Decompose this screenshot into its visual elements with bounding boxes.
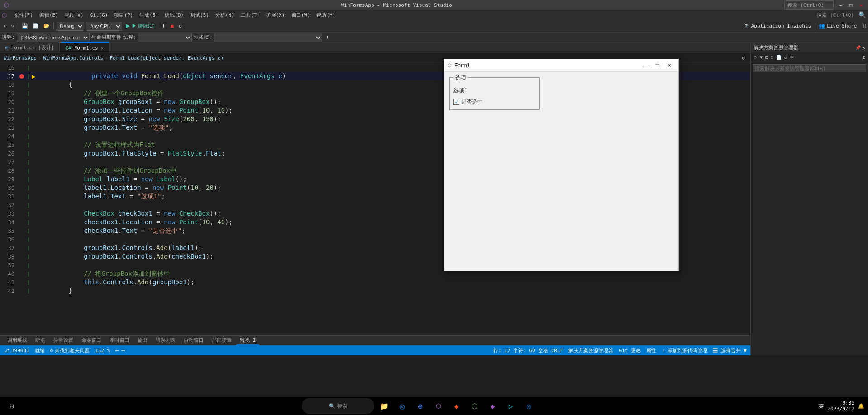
lifecycle-label: 生命周期事件 <box>91 34 121 41</box>
live-share-btn[interactable]: 👥 Live Share <box>817 22 858 30</box>
stop-btn[interactable]: ■ <box>169 22 176 30</box>
save-btn[interactable]: 💾 <box>20 22 30 30</box>
redo-btn[interactable]: ↪ <box>10 22 16 30</box>
breadcrumb-method[interactable]: Form1_Load(object sender, EventArgs e) <box>110 55 224 61</box>
menu-project[interactable]: 项目(P) <box>111 11 136 19</box>
new-file-btn[interactable]: 📄 <box>31 22 41 30</box>
vs-icon: ⬡ <box>2 12 7 19</box>
restart-btn[interactable]: ↺ <box>177 22 184 30</box>
tab-form1-cs[interactable]: C# Form1.cs ✕ <box>60 42 109 53</box>
se-sync-btn[interactable]: ⟳ <box>753 54 758 61</box>
taskbar-chrome[interactable]: ⊕ <box>412 398 429 414</box>
search-icon[interactable]: 🔍 <box>858 11 866 19</box>
pin-icon[interactable]: 📌 <box>855 45 861 50</box>
tab-command[interactable]: 命令窗口 <box>78 336 105 345</box>
form1-minimize-btn[interactable]: — <box>640 61 651 70</box>
maximize-button[interactable]: □ <box>848 2 854 8</box>
zoom-level[interactable]: 152 % <box>95 348 110 354</box>
se-search-input[interactable] <box>753 64 866 72</box>
taskbar-clock: 9:39 2023/9/12 <box>827 400 854 412</box>
taskbar-vscode[interactable]: ◎ <box>521 398 537 414</box>
run-button[interactable]: ▶ ▶ 继续(C) <box>124 23 157 29</box>
se-collapse-btn[interactable]: ⊟ <box>764 54 769 61</box>
tab-output[interactable]: 输出 <box>134 336 151 345</box>
tab-icon: ⊞ <box>5 45 9 51</box>
git-changes-link[interactable]: Git 更改 <box>619 347 641 354</box>
undo-btn[interactable]: ↩ <box>2 22 9 30</box>
panel-close-icon[interactable]: ✕ <box>863 45 865 50</box>
tab-autos[interactable]: 自动窗口 <box>180 336 207 345</box>
minimize-button[interactable]: — <box>837 2 844 8</box>
taskbar-node[interactable]: ⬡ <box>467 398 483 414</box>
tab-callstack[interactable]: 调用堆栈 <box>4 336 31 345</box>
start-button[interactable]: ⊞ <box>4 398 20 414</box>
menu-analyze[interactable]: 分析(N) <box>213 11 237 19</box>
open-btn[interactable]: 📂 <box>42 22 52 30</box>
taskbar-edge[interactable]: ◎ <box>394 398 410 414</box>
menu-window[interactable]: 窗口(W) <box>289 11 313 19</box>
debug-config-dropdown[interactable]: Debug <box>56 22 84 31</box>
form1-checkbox1[interactable]: ✓ 是否选中 <box>453 98 536 106</box>
se-properties-btn[interactable]: ⚙ <box>770 54 774 61</box>
taskbar-time: 9:39 <box>842 400 854 406</box>
taskbar-git[interactable]: ◆ <box>448 398 465 414</box>
pause-btn[interactable]: ⏸ <box>158 22 167 30</box>
expand-btn[interactable]: ⊕ <box>740 54 747 62</box>
form1-preview-window[interactable]: ⬡ Form1 — □ ✕ 选项 选项1 ✓ 是否选中 <box>444 59 679 271</box>
se-filter-btn[interactable]: ▼ <box>759 54 763 61</box>
error-info[interactable]: ⊘ 未找到相关问题 <box>50 347 90 354</box>
menu-extensions[interactable]: 扩展(X) <box>263 11 288 19</box>
menu-view[interactable]: 视图(V) <box>62 11 86 19</box>
select-merge-btn[interactable]: ☰ 选择合并 ▼ <box>713 347 747 354</box>
menu-build[interactable]: 生成(B) <box>137 11 161 19</box>
taskbar-files[interactable]: 📁 <box>376 398 392 414</box>
stack-dropdown[interactable] <box>214 33 322 42</box>
form1-maximize-btn[interactable]: □ <box>652 61 663 70</box>
taskbar-lang[interactable]: 英 <box>819 403 824 410</box>
se-refresh-btn[interactable]: ↺ <box>783 54 788 61</box>
taskbar-vs[interactable]: ⬡ <box>430 398 447 414</box>
taskbar-search[interactable]: 🔍 搜索 <box>302 398 374 414</box>
tab-form1-cs-design[interactable]: ⊞ Form1.cs [设计] <box>0 42 60 53</box>
se-view-btn[interactable]: 👁 <box>789 54 795 61</box>
process-dropdown[interactable]: [24568] WinFormsApp.exe <box>17 33 90 42</box>
se-toolbar: ⟳ ▼ ⊟ ⚙ 📄 ↺ 👁 ⊞ <box>751 52 868 62</box>
taskbar-terminal[interactable]: ▷ <box>503 398 519 414</box>
close-button[interactable]: ✕ <box>858 2 864 8</box>
breadcrumb-namespace[interactable]: WinFormsApp <box>4 55 37 61</box>
breadcrumb-class[interactable]: WinFormsApp.Controls <box>43 55 103 61</box>
menu-test[interactable]: 测试(S) <box>187 11 212 19</box>
breadcrumb-sep2: › <box>105 55 108 61</box>
cpu-config-dropdown[interactable]: Any CPU <box>86 22 122 31</box>
git-status[interactable]: ⎇ 399001 <box>4 348 29 354</box>
menu-edit[interactable]: 编辑(E) <box>37 11 61 19</box>
solution-explorer-link[interactable]: 解决方案资源管理器 <box>568 347 613 354</box>
se-show-files-btn[interactable]: 📄 <box>775 54 782 61</box>
notification-icon[interactable]: 🔔 <box>858 403 864 409</box>
nav-arrows[interactable]: ⟵ ⟶ <box>116 348 125 354</box>
thread-dropdown[interactable] <box>138 33 192 42</box>
add-source-btn[interactable]: ↑ 添加到源代码管理 <box>662 347 707 354</box>
tab-close-btn[interactable]: ✕ <box>101 46 104 51</box>
app-insights-btn[interactable]: 🔭 Application Insights <box>741 22 813 30</box>
se-expand-btn[interactable]: ⊞ <box>862 54 866 61</box>
tab-immediate[interactable]: 即时窗口 <box>106 336 133 345</box>
tab-locals[interactable]: 局部变量 <box>208 336 235 345</box>
app-title: WinFormsApp - Microsoft Visual Studio <box>9 2 784 8</box>
user-icon[interactable]: R <box>863 23 866 29</box>
stack-nav-btn[interactable]: ⬆ <box>324 33 331 41</box>
properties-link[interactable]: 属性 <box>646 347 656 354</box>
tab-errors[interactable]: 错误列表 <box>152 336 179 345</box>
menu-tools[interactable]: 工具(T) <box>238 11 262 19</box>
tab-exceptions[interactable]: 异常设置 <box>50 336 77 345</box>
form1-close-btn[interactable]: ✕ <box>664 61 675 70</box>
tab-breakpoints[interactable]: 断点 <box>32 336 49 345</box>
menu-file[interactable]: 文件(F) <box>11 11 36 19</box>
taskbar-purple[interactable]: ◆ <box>485 398 501 414</box>
tab-watch1[interactable]: 监视 1 <box>236 336 259 345</box>
menu-help[interactable]: 帮助(H) <box>314 11 338 19</box>
menu-debug[interactable]: 调试(D) <box>162 11 186 19</box>
search-box[interactable]: 搜索 (Ctrl+Q) <box>784 0 834 10</box>
menu-git[interactable]: Git(G) <box>87 11 111 19</box>
main-content: ⊞ Form1.cs [设计] C# Form1.cs ✕ WinFormsAp… <box>0 42 868 355</box>
